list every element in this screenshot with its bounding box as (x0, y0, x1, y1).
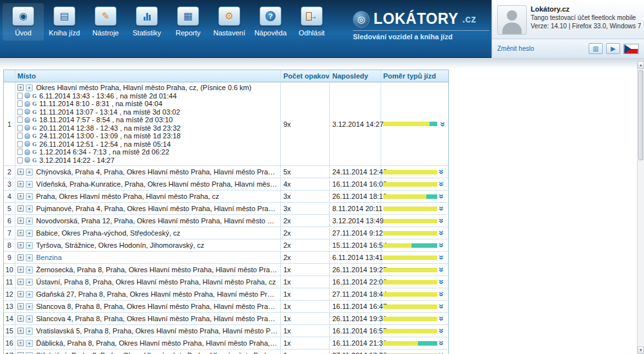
route-icon[interactable] (24, 101, 30, 107)
locate-icon[interactable] (26, 242, 33, 249)
locate-icon[interactable] (26, 230, 33, 237)
locate-icon[interactable] (26, 352, 33, 354)
locate-icon[interactable] (26, 218, 33, 225)
chevron-down-icon[interactable]: » (439, 204, 445, 213)
locate-icon[interactable] (26, 84, 33, 91)
header-place[interactable]: Místo (15, 70, 281, 82)
expand-icon[interactable]: + (17, 205, 24, 212)
google-maps-icon[interactable]: G (32, 109, 37, 115)
locate-icon[interactable] (26, 205, 33, 212)
locate-icon[interactable] (26, 266, 33, 274)
chevron-down-icon[interactable]: » (439, 167, 445, 176)
expand-icon[interactable]: + (17, 254, 24, 261)
table-row[interactable]: 14 +Slancova 4, Praha 8, Praha, Okres Hl… (4, 313, 448, 325)
table-row[interactable]: 8 +Tyršova, Strážnice, Okres Hodonín, Ji… (4, 239, 448, 252)
chevron-down-icon[interactable]: » (439, 253, 445, 262)
chevron-down-icon[interactable]: » (439, 302, 445, 311)
locate-icon[interactable] (26, 181, 33, 188)
table-row-expanded[interactable]: 1 + Okres Hlavní město Praha, Hlavní měs… (4, 82, 448, 166)
table-row[interactable]: 3 +Vídeňská, Praha-Kunratice, Praha, Okr… (4, 178, 448, 191)
nav-item-statistiky[interactable]: Statistiky (126, 3, 167, 41)
expand-icon[interactable]: + (17, 315, 24, 322)
route-icon[interactable] (24, 157, 30, 163)
expand-icon[interactable]: + (17, 328, 24, 334)
czech-flag-icon[interactable] (623, 44, 639, 54)
chevron-down-icon[interactable]: » (439, 180, 445, 189)
document-icon[interactable] (17, 100, 23, 107)
nav-item-nastroje[interactable]: ✎ Nástroje (85, 3, 126, 41)
document-icon[interactable] (17, 141, 23, 147)
locate-icon[interactable] (26, 169, 33, 176)
table-row[interactable]: 9 +Benzina 2x 6.11.2014 13:41 » (4, 252, 448, 264)
table-row[interactable]: 10 +Žernosecká, Praha 8, Praha, Okres Hl… (4, 264, 448, 276)
scroll-up-button[interactable]: ▲ (638, 61, 644, 69)
table-row[interactable]: 4 +Praha, Okres Hlavní město Praha, Hlav… (4, 191, 448, 203)
vertical-scrollbar[interactable]: ▲ ▼ (637, 61, 644, 354)
scrollbar-thumb[interactable] (638, 70, 643, 160)
expand-icon[interactable]: + (17, 303, 24, 310)
table-row[interactable]: 12 +Gdaňská 27, Praha 8, Praha, Okres Hl… (4, 288, 448, 301)
chevron-down-icon[interactable]: » (439, 314, 445, 323)
expand-icon[interactable]: + (17, 291, 24, 297)
document-icon[interactable] (17, 149, 23, 155)
document-icon[interactable] (17, 93, 23, 99)
expand-icon[interactable]: + (17, 193, 24, 200)
google-maps-icon[interactable]: G (32, 133, 37, 139)
table-row[interactable]: 7 +Babice, Okres Praha-východ, Středočes… (4, 227, 448, 239)
document-icon[interactable] (17, 125, 23, 131)
route-icon[interactable] (24, 117, 30, 123)
nav-item-reporty[interactable]: ▦ Reporty (167, 3, 209, 41)
chevron-down-icon[interactable]: » (439, 192, 445, 201)
table-row[interactable]: 17 +Střelničná, Praha 8, Praha, Okres Hl… (4, 349, 448, 354)
google-maps-icon[interactable]: G (32, 93, 37, 99)
google-maps-icon[interactable]: G (32, 157, 37, 163)
document-icon[interactable] (17, 109, 23, 115)
locate-icon[interactable] (26, 279, 33, 286)
place-link[interactable]: Benzina (36, 254, 62, 261)
route-icon[interactable] (24, 93, 30, 98)
route-icon[interactable] (24, 133, 30, 139)
nav-item-napoveda[interactable]: ? Nápověda (250, 3, 291, 41)
chevron-down-icon[interactable]: » (439, 290, 445, 299)
locate-icon[interactable] (26, 315, 33, 322)
google-maps-icon[interactable]: G (32, 141, 37, 147)
expand-icon[interactable]: + (17, 279, 24, 285)
header-repeat-count[interactable]: Počet opakování (281, 70, 330, 82)
nav-item-uvod[interactable]: ◉ Úvod (3, 3, 44, 41)
expand-icon[interactable]: + (17, 181, 24, 187)
route-icon[interactable] (24, 149, 30, 155)
chevron-up-icon[interactable]: « (439, 120, 445, 129)
chevron-down-icon[interactable]: » (439, 351, 445, 354)
change-password-link[interactable]: Změnit heslo (497, 45, 534, 52)
table-row[interactable]: 13 +Slancova 8, Praha 8, Praha, Okres Hl… (4, 301, 448, 313)
route-icon[interactable] (24, 141, 30, 147)
nav-item-kniha-jizd[interactable]: ▤ Kniha jízd (44, 3, 85, 41)
chevron-down-icon[interactable]: » (439, 216, 445, 225)
expand-icon[interactable]: + (17, 266, 24, 273)
table-row[interactable]: 5 +Pujmanové, Praha 4, Praha, Okres Hlav… (4, 203, 448, 215)
chevron-down-icon[interactable]: » (439, 326, 445, 335)
header-trip-ratio[interactable]: Poměr typů jízd (381, 70, 448, 82)
document-icon[interactable] (17, 133, 23, 139)
expand-icon[interactable]: + (17, 84, 24, 91)
scroll-down-button[interactable]: ▼ (638, 346, 644, 354)
nav-item-nastaveni[interactable]: ⚙ Nastavení (209, 3, 250, 41)
google-maps-icon[interactable]: G (32, 100, 37, 107)
send-icon[interactable]: ▶ (606, 43, 620, 54)
table-row[interactable]: 6 +Novodvorská, Praha 12, Praha, Okres H… (4, 215, 448, 227)
logo[interactable]: ◎ LOKÁTORY .cz Sledování vozidel a kniha… (353, 10, 489, 41)
expand-icon[interactable]: + (17, 218, 24, 224)
expand-icon[interactable]: + (17, 230, 24, 236)
locate-icon[interactable] (26, 303, 33, 310)
locate-icon[interactable] (26, 340, 33, 347)
table-row[interactable]: 16 +Ďáblická, Praha 8, Praha, Okres Hlav… (4, 337, 448, 349)
table-row[interactable]: 15 +Vratislavská 5, Praha 8, Praha, Okre… (4, 325, 448, 337)
chevron-down-icon[interactable]: » (439, 228, 445, 238)
expand-icon[interactable]: + (17, 242, 24, 248)
table-row[interactable]: 11 +Ústavní, Praha 8, Praha, Okres Hlavn… (4, 276, 448, 288)
google-maps-icon[interactable]: G (32, 149, 37, 155)
document-icon[interactable] (17, 116, 23, 123)
locate-icon[interactable] (26, 193, 33, 200)
expand-icon[interactable]: + (17, 340, 24, 346)
chevron-down-icon[interactable]: » (439, 277, 445, 286)
